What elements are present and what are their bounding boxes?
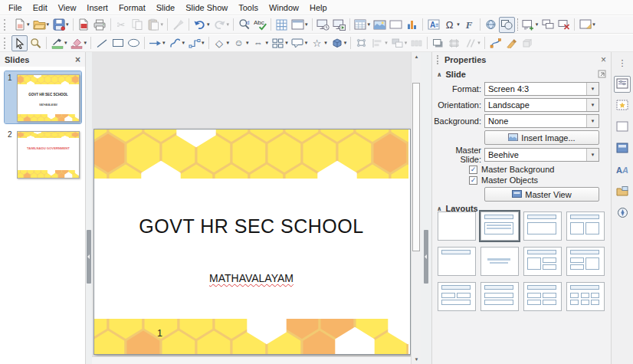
toolbar-grip[interactable] — [4, 19, 8, 31]
fill-color-button[interactable]: ▾ — [69, 35, 89, 51]
layout-title-2content-and-content[interactable] — [523, 247, 562, 276]
slide-properties-button[interactable]: ▾ — [577, 17, 597, 33]
shadow-button[interactable] — [430, 35, 446, 51]
rectangle-button[interactable] — [110, 35, 126, 51]
chevron-down-icon[interactable]: ▾ — [344, 40, 347, 46]
lines-and-arrows-button[interactable]: ▾ — [147, 35, 167, 51]
slide-subtitle-text[interactable]: MATHAVALAYAM — [94, 272, 408, 284]
new-document-button[interactable]: ▾ — [11, 17, 31, 33]
layout-title-slide[interactable] — [480, 212, 519, 241]
chevron-down-icon[interactable]: ▾ — [536, 21, 539, 28]
duplicate-slide-button[interactable] — [540, 17, 556, 33]
chevron-down-icon[interactable]: ▾ — [368, 21, 371, 28]
menu-slide[interactable]: Slide — [151, 0, 180, 15]
undo-button[interactable]: ▾ — [192, 17, 212, 33]
star-shapes-button[interactable]: ☆▾ — [309, 35, 329, 51]
slide-canvas[interactable]: GOVT HR SEC SCHOOL MATHAVALAYAM 1 — [93, 129, 411, 355]
chevron-down-icon[interactable]: ▾ — [266, 40, 269, 46]
slide-title-text[interactable]: GOVT HR SEC SCHOOL — [94, 215, 408, 238]
master-objects-checkbox[interactable]: ✓ Master Objects — [469, 175, 538, 185]
start-from-first-slide-button[interactable] — [315, 17, 331, 33]
chevron-down-icon[interactable]: ▾ — [477, 40, 480, 46]
menu-file[interactable]: File — [3, 0, 28, 15]
close-icon[interactable]: × — [75, 54, 80, 65]
chevron-down-icon[interactable]: ▾ — [324, 40, 327, 46]
chevron-down-icon[interactable]: ▾ — [162, 40, 166, 46]
menu-window[interactable]: Window — [264, 0, 304, 15]
splitter-grab-handle[interactable] — [87, 230, 91, 284]
chevron-down-icon[interactable]: ▾ — [592, 21, 595, 28]
chevron-down-icon[interactable]: ▾ — [66, 21, 69, 28]
menu-view[interactable]: View — [53, 0, 82, 15]
layout-title-and-2-content[interactable] — [566, 212, 605, 241]
select-button[interactable] — [11, 35, 28, 51]
basic-shapes-button[interactable]: ◇▾ — [212, 35, 231, 51]
sidebar-tab-properties[interactable] — [614, 76, 631, 93]
vertical-scrollbar[interactable]: ▲ ▼ — [411, 52, 421, 364]
flowchart-shapes-button[interactable]: ▾ — [270, 35, 290, 51]
insert-text-box-button[interactable] — [388, 17, 404, 33]
find-replace-button[interactable]: d — [236, 17, 252, 33]
display-views-button[interactable]: ▾ — [290, 17, 310, 33]
fontwork-button[interactable]: F — [461, 17, 477, 33]
orientation-select[interactable]: Landscape ▼ — [484, 98, 599, 112]
chevron-down-icon[interactable]: ▾ — [27, 21, 30, 28]
insert-image-button[interactable]: Insert Image... — [484, 130, 599, 145]
hyperlink-button[interactable] — [483, 17, 499, 33]
checkbox-checked-icon[interactable]: ✓ — [469, 166, 477, 174]
menu-insert[interactable]: Insert — [81, 0, 113, 15]
layout-title-content-over-content[interactable] — [480, 282, 519, 311]
insert-line-button[interactable] — [93, 35, 110, 51]
sidebar-tab-styles[interactable]: AA — [614, 162, 631, 179]
layout-centered-text[interactable] — [480, 247, 519, 276]
menu-format[interactable]: Format — [113, 0, 151, 15]
chevron-down-icon[interactable]: ▾ — [47, 21, 50, 28]
toolbar-grip[interactable] — [4, 38, 8, 49]
sidebar-tab-navigator[interactable] — [614, 205, 631, 221]
glue-points-button[interactable] — [503, 35, 520, 51]
special-character-button[interactable]: Ω▾ — [441, 17, 461, 33]
panel-splitter-left[interactable] — [86, 52, 92, 364]
rotate-button[interactable] — [353, 35, 369, 51]
chevron-down-icon[interactable]: ▾ — [405, 40, 408, 46]
chevron-down-icon[interactable]: ▾ — [84, 40, 87, 46]
chevron-down-icon[interactable]: ▾ — [207, 21, 210, 28]
export-pdf-button[interactable] — [76, 17, 92, 33]
display-grid-button[interactable] — [274, 17, 290, 33]
insert-chart-button[interactable] — [404, 17, 420, 33]
slide-section-header[interactable]: ∧ Slide — [432, 68, 612, 80]
new-slide-button[interactable]: ▾ — [520, 17, 540, 33]
zoom-pan-button[interactable] — [28, 35, 44, 51]
close-icon[interactable]: × — [601, 54, 606, 65]
sidebar-tab-animation[interactable] — [614, 119, 631, 136]
3d-objects-button[interactable]: ▾ — [329, 35, 349, 51]
sidebar-menu-icon[interactable]: ⋮ — [614, 54, 631, 71]
layout-title-4content[interactable] — [523, 282, 562, 311]
slide-thumbnail-2[interactable]: 2TAMILNADU GOVERNMENT — [5, 128, 81, 180]
ellipse-button[interactable] — [126, 35, 142, 51]
sidebar-tab-gallery[interactable] — [614, 183, 631, 200]
start-from-current-slide-button[interactable] — [331, 17, 347, 33]
symbol-shapes-button[interactable]: ☺▾ — [231, 35, 251, 51]
curves-and-polygons-button[interactable]: ▾ — [167, 35, 187, 51]
layout-blank[interactable] — [438, 212, 476, 241]
edit-points-button[interactable] — [487, 35, 503, 51]
open-button[interactable]: ▾ — [31, 17, 51, 33]
chevron-down-icon[interactable]: ▼ — [586, 115, 599, 127]
chevron-down-icon[interactable]: ▼ — [586, 83, 599, 95]
scrollbar-thumb[interactable] — [412, 83, 420, 251]
chevron-down-icon[interactable]: ▼ — [586, 149, 599, 161]
chevron-down-icon[interactable]: ▾ — [457, 21, 460, 28]
chevron-down-icon[interactable]: ▾ — [227, 21, 230, 28]
menu-tools[interactable]: Tools — [233, 0, 264, 15]
line-color-button[interactable]: ▾ — [49, 35, 69, 51]
save-button[interactable]: ▾ — [51, 17, 71, 33]
horizontal-scrollbar-track[interactable] — [92, 356, 411, 364]
insert-image-button[interactable] — [372, 17, 388, 33]
delete-slide-button[interactable] — [556, 17, 572, 33]
chevron-down-icon[interactable]: ▾ — [161, 21, 164, 28]
slide-thumbnail-1[interactable]: 1GOVT HR SEC SCHOOLMATHAVALAYAM — [5, 71, 81, 123]
chevron-down-icon[interactable]: ▾ — [285, 40, 288, 46]
menu-slide-show[interactable]: Slide Show — [180, 0, 233, 15]
chevron-down-icon[interactable]: ▾ — [64, 40, 67, 46]
